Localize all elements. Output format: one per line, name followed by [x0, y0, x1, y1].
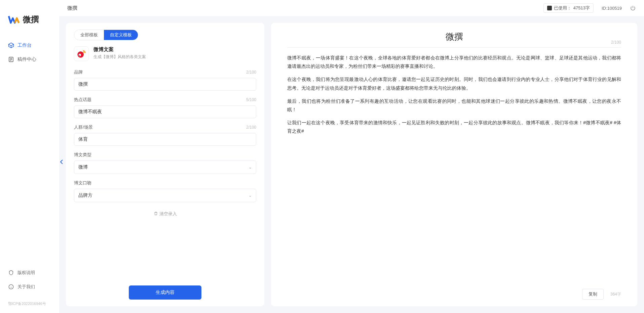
logo-icon: [8, 13, 20, 26]
char-count: 2/100: [246, 125, 256, 130]
topbar: 微撰 已使用： 47513字 ID:100519: [59, 0, 644, 16]
document-icon: [8, 56, 14, 62]
template-header: 微博文案 生成【微博】风格的各类文案: [74, 46, 256, 61]
field-scene: 人群/场景 2/100: [74, 124, 256, 146]
shield-icon: [8, 270, 14, 276]
field-label: 博文类型: [74, 152, 91, 158]
logo-text: 微撰: [23, 14, 39, 25]
chevron-down-icon: ⌄: [249, 165, 252, 170]
nav-list: 工作台 稿件中心: [0, 39, 59, 266]
logo: 微撰: [0, 7, 59, 39]
icp-text: 鄂ICP备2022016946号: [0, 299, 59, 306]
clear-button[interactable]: 清空录入: [74, 208, 256, 224]
clear-label: 清空录入: [159, 211, 177, 217]
user-id: ID:100519: [602, 6, 622, 11]
sidebar-item-drafts[interactable]: 稿件中心: [4, 53, 55, 66]
trash-icon: [154, 211, 158, 217]
template-subtitle: 生成【微博】风格的各类文案: [93, 54, 146, 60]
field-label: 品牌: [74, 69, 83, 75]
generate-button[interactable]: 生成内容: [129, 285, 201, 300]
field-label: 热点话题: [74, 97, 91, 103]
output-body: 微博不眠夜，一场体育盛宴！在这个夜晚，全球各地的体育爱好者都会在微博上分享他们的…: [287, 54, 621, 283]
tab-all-templates[interactable]: 全部模板: [74, 30, 104, 40]
field-label: 博文口吻: [74, 180, 91, 186]
tone-select[interactable]: 品牌方 ⌄: [74, 189, 256, 202]
tab-custom-templates[interactable]: 自定义模板: [104, 30, 138, 40]
output-paragraph: 微博不眠夜，一场体育盛宴！在这个夜晚，全球各地的体育爱好者都会在微博上分享他们的…: [287, 54, 621, 71]
field-brand: 品牌 2/100: [74, 69, 256, 91]
page-title: 微撰: [67, 5, 77, 11]
output-char-count: 364字: [610, 292, 621, 297]
sidebar-item-copyright[interactable]: 版权说明: [4, 266, 55, 279]
output-paragraph: 在这个夜晚，我们将为您呈现最激动人心的体育比赛，邀请您一起见证历史的时刻。同时，…: [287, 75, 621, 92]
output-pager: 2/100: [611, 40, 621, 45]
char-count: 2/100: [246, 70, 256, 75]
field-topic: 热点话题 5/100: [74, 97, 256, 118]
output-title: 微撰: [446, 31, 463, 43]
template-title: 微博文案: [93, 46, 146, 53]
sidebar-bottom: 版权说明 关于我们: [0, 266, 59, 299]
sidebar-item-label: 关于我们: [17, 284, 35, 290]
weibo-icon: [74, 46, 89, 61]
char-count: 5/100: [246, 97, 256, 102]
form-panel: 全部模板 自定义模板 微博文案 生成【微博】风格的各类文案: [66, 23, 264, 306]
type-select[interactable]: 微博 ⌄: [74, 161, 256, 174]
info-icon: [8, 284, 14, 290]
usage-badge[interactable]: 已使用： 47513字: [543, 3, 594, 13]
usage-label: 已使用：: [554, 5, 571, 11]
sidebar: 微撰 工作台 稿件中心 版权说明: [0, 0, 59, 313]
output-paragraph: 让我们一起在这个夜晚，享受体育带来的激情和快乐，一起见证胜利和失败的时刻，一起分…: [287, 119, 621, 135]
select-value: 品牌方: [78, 192, 92, 198]
field-type: 博文类型 微博 ⌄: [74, 152, 256, 174]
field-label: 人群/场景: [74, 124, 93, 130]
svg-point-3: [79, 54, 81, 56]
collapse-handle[interactable]: [59, 159, 64, 165]
sidebar-item-label: 版权说明: [17, 270, 35, 276]
power-icon[interactable]: [630, 5, 636, 11]
scene-input[interactable]: [74, 133, 256, 146]
usage-value: 47513字: [573, 5, 590, 11]
brand-input[interactable]: [74, 78, 256, 91]
sidebar-item-about[interactable]: 关于我们: [4, 280, 55, 293]
sidebar-item-workspace[interactable]: 工作台: [4, 39, 55, 52]
chevron-down-icon: ⌄: [249, 193, 252, 198]
output-panel: 微撰 2/100 微博不眠夜，一场体育盛宴！在这个夜晚，全球各地的体育爱好者都会…: [271, 23, 637, 306]
svg-point-4: [79, 55, 80, 56]
output-paragraph: 最后，我们也将为粉丝们准备了一系列有趣的互动活动，让您在观看比赛的同时，也能和其…: [287, 97, 621, 114]
cube-icon: [8, 42, 14, 48]
select-value: 微博: [78, 164, 88, 170]
field-tone: 博文口吻 品牌方 ⌄: [74, 180, 256, 202]
copy-button[interactable]: 复制: [582, 289, 604, 300]
topic-input[interactable]: [74, 105, 256, 118]
sidebar-item-label: 稿件中心: [17, 56, 36, 62]
sidebar-item-label: 工作台: [17, 42, 32, 48]
text-icon: [547, 6, 552, 10]
